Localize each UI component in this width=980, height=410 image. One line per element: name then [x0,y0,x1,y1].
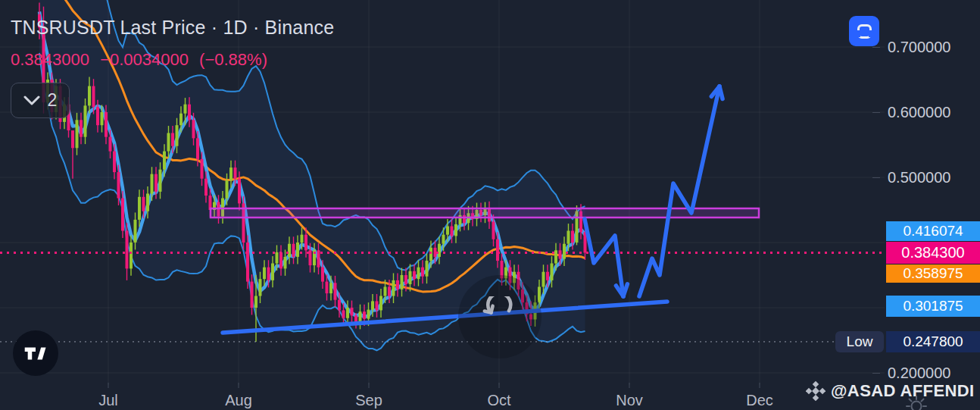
price-axis-label: 0.700000 [888,39,950,56]
month-label-dec: Dec [746,392,773,409]
hidden-indicators-count: 2 [48,90,58,111]
price-badge-0.358975: 0.358975 [886,264,980,283]
screenshot-button[interactable] [849,16,879,46]
price-axis-label: 0.200000 [888,365,950,382]
last-price-value: 0.3843000 [11,50,89,69]
price-axis-label: 0.500000 [888,169,950,186]
binance-logo-icon [806,381,826,401]
month-label-aug: Aug [225,392,252,409]
month-label-oct: Oct [487,392,510,409]
indicators-collapse-button[interactable]: 2 [11,83,70,118]
trading-chart-app: TNSRUSDT Last Price · 1D · Binance 0.384… [0,0,980,410]
low-marker-label: Low [835,331,884,352]
axis-tick [872,373,880,374]
brightness-sun-icon[interactable] [901,393,932,410]
resistance-zone-rect[interactable] [211,208,759,218]
price-badge-0.416074: 0.416074 [886,221,980,241]
price-badge-0.247800: 0.247800 [886,331,980,352]
chevron-down-icon [23,95,40,105]
axis-tick [872,177,880,178]
projection-arrow-up[interactable] [639,86,719,296]
month-label-nov: Nov [616,392,643,409]
axis-tick [872,112,880,113]
month-label-jul: Jul [98,392,118,409]
price-axis-label: 0.600000 [888,104,950,121]
price-change-line: 0.3843000 −0.0034000 (−0.88%) [11,50,273,70]
axis-tick [872,47,880,48]
price-change-value: −0.0034000 [100,50,189,69]
camera-viewfinder-icon [857,24,872,39]
symbol-title[interactable]: TNSRUSDT Last Price · 1D · Binance [11,17,334,39]
price-badge-0.384300: 0.384300 [886,242,980,264]
price-change-percent: (−0.88%) [199,50,267,69]
projection-arrow-up-head [719,86,723,99]
tradingview-logo[interactable] [13,330,58,376]
month-label-sep: Sep [355,392,382,409]
price-badge-0.301875: 0.301875 [886,296,980,317]
reset-chart-icon[interactable] [480,296,520,336]
tradingview-logo-icon [22,343,49,364]
author-watermark: @ASAD AFFENDI [806,381,975,401]
